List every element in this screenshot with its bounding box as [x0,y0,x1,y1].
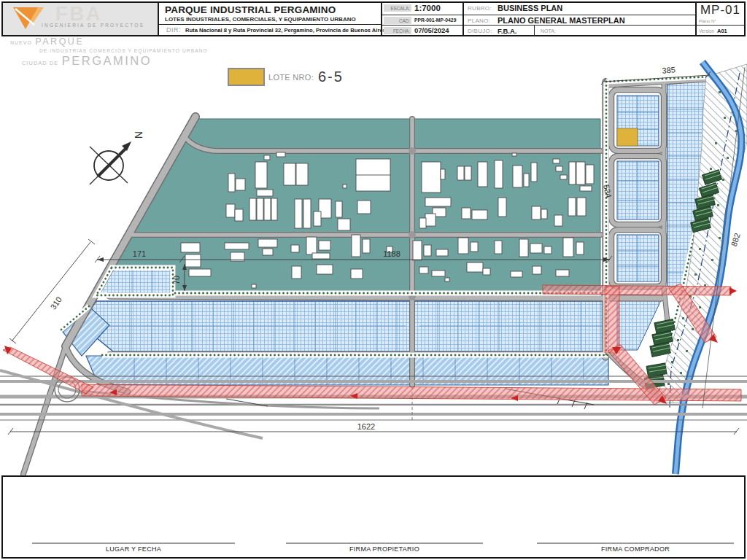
plano-label: PLANO: [468,18,490,24]
watermark-nuevo: NUEVO [10,40,32,45]
version-row: Version A01 [697,25,744,36]
cad-label: CAD: [384,17,411,24]
version-value: A01 [717,28,727,34]
signature-line [537,542,734,544]
dibujo-nota-row: DIBUJO: F.B.A. NOTA: [464,25,695,36]
project-cell: PARQUE INDUSTRIAL PERGAMINO LOTES INDUST… [158,3,381,35]
highlighted-lot-6-5 [617,128,638,146]
north-label: N [133,131,144,139]
watermark-pergamino: PERGAMINO [62,54,152,67]
watermark-parque: PARQUE [35,36,84,47]
dim-882: 882 [729,232,742,247]
cad-row: CAD: PPR-001-MP-0429 [382,15,462,26]
legend-swatch [228,68,265,86]
rubro-label: RUBRO: [468,5,492,12]
scale-row: ESCALA: 1:7000 [382,3,462,15]
watermark-ciudad-de: CIUDAD DE [22,60,58,66]
dim-1188: 1188 [383,249,400,258]
dibujo-label: DIBUJO: [468,28,492,34]
project-watermark: NUEVO PARQUE DE INDUSTRIAS COMERCIOS Y E… [10,35,208,68]
fecha-label: FECHA: [384,27,411,34]
watermark-line2: DE INDUSTRIAS COMERCIOS Y EQUIPAMIENTO U… [39,49,208,54]
legend-label: LOTE NRO: [268,73,314,82]
signature-line [32,542,235,544]
dim-70: 70 [172,276,181,284]
fecha-row: FECHA: 07/05/2024 [382,25,462,36]
signature-line [286,542,483,544]
dim-171: 171 [133,249,146,258]
north-compass: N [90,131,144,184]
title-block: FBA INGENIERIA DE PROYECTOS PARQUE INDUS… [1,1,746,36]
rubro-cell: RUBRO: BUSINESS PLAN PLANO: PLANO GENERA… [462,3,695,35]
dim-310: 310 [49,295,63,311]
signature-label: FIRMA PROPIETARIO [286,545,483,553]
dim-1622: 1622 [357,422,375,431]
dim-385: 385 [662,65,676,74]
dir-label: DIR: [166,26,181,34]
version-label: Version [699,28,714,34]
cad-value: PPR-001-MP-0429 [414,18,456,23]
masterplan-sheet: 385 534 882 171 1188 70 310 1622 N FBA [0,0,747,560]
escala-label: ESCALA: [384,4,411,12]
signature-label: FIRMA COMPRADOR [537,545,734,553]
project-title: PARQUE INDUSTRIAL PERGAMINO [165,4,336,15]
company-logo-icon [12,5,48,33]
signature-field-propietario: FIRMA PROPIETARIO [286,542,483,553]
rubro-row: RUBRO: BUSINESS PLAN [464,3,695,15]
signature-block: LUGAR Y FECHA FIRMA PROPIETARIO FIRMA CO… [1,475,746,559]
plano-value: PLANO GENERAL MASTERPLAN [498,16,625,25]
address-row: DIR: Ruta Nacional 8 y Ruta Provincial 3… [159,24,381,36]
nota-label: NOTA: [541,28,556,34]
plano-row: PLANO: PLANO GENERAL MASTERPLAN [464,15,695,26]
sheet-number-cell: MP-01 Plano N° Version A01 [695,3,744,35]
nota-cell: NOTA: [534,26,697,36]
meta-cell: ESCALA: 1:7000 CAD: PPR-001-MP-0429 FECH… [381,3,462,35]
sheet-code: MP-01 [697,3,744,18]
project-subtitle: LOTES INDUSTRIALES, COMERCIALES, Y EQUIP… [165,16,356,23]
dir-value: Ruta Nacional 8 y Ruta Provincial 32, Pe… [185,27,386,34]
signature-label: LUGAR Y FECHA [32,545,235,553]
rubro-value: BUSINESS PLAN [498,4,562,12]
fecha-value: 07/05/2024 [414,26,449,34]
signature-field-lugar-fecha: LUGAR Y FECHA [32,542,235,553]
sheet-number-label: Plano N° [699,19,716,23]
signature-field-comprador: FIRMA COMPRADOR [537,542,734,553]
escala-value: 1:7000 [414,4,441,12]
logo-cell: FBA INGENIERIA DE PROYECTOS [3,3,158,35]
lot-legend: LOTE NRO: 6-5 [228,68,344,86]
legend-lot-number: 6-5 [318,69,344,85]
company-tagline: INGENIERIA DE PROYECTOS [42,23,144,28]
dibujo-value: F.B.A. [498,27,516,35]
